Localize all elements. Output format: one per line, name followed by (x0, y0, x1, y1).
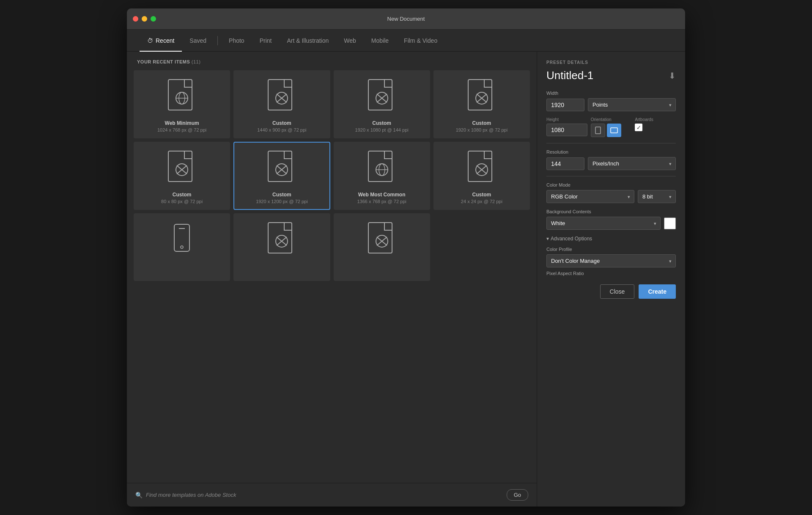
portrait-button[interactable] (591, 124, 605, 137)
grid-container: Web Minimum 1024 x 768 px @ 72 ppi Custo… (127, 70, 537, 483)
tab-photo[interactable]: Photo (221, 30, 252, 52)
color-profile-wrap: Color Profile Don't Color Manage sRGB Ad… (546, 247, 676, 267)
item-name-6: Custom (272, 192, 291, 198)
grid-item-8[interactable]: Custom 24 x 24 px @ 72 ppi (433, 142, 530, 210)
width-input[interactable] (546, 99, 584, 111)
orientation-buttons (591, 124, 632, 137)
svg-rect-4 (268, 80, 292, 110)
search-wrap: 🔍 Find more templates on Adobe Stock (135, 492, 502, 498)
doc-icon-4 (465, 78, 499, 116)
tabs-bar: ⏱ Recent Saved Photo Print Art & Illustr… (127, 30, 685, 52)
height-orientation-row: Height Orientation (546, 117, 676, 137)
height-input[interactable] (546, 124, 587, 136)
pixel-ratio-label: Pixel Aspect Ratio (546, 271, 676, 276)
resolution-unit-wrap: Pixels/Inch Pixels/Cm (588, 157, 676, 170)
grid-item-11[interactable] (334, 213, 430, 281)
close-button[interactable]: Close (600, 284, 635, 299)
doc-icon-6 (265, 149, 299, 187)
save-preset-icon[interactable]: ⬇ (669, 71, 676, 81)
bg-select-wrap: White Black Transparent Background Color (546, 217, 661, 230)
color-profile-select-wrap: Don't Color Manage sRGB Adobe RGB (546, 254, 676, 267)
grid-item-3[interactable]: Custom 1920 x 1080 pt @ 144 ppi (334, 70, 430, 138)
svg-rect-8 (368, 80, 392, 110)
main-content: YOUR RECENT ITEMS (11) Web Minimum 1024 … (127, 52, 685, 507)
item-name-1: Web Minimum (165, 120, 199, 126)
search-go-button[interactable]: Go (507, 489, 528, 501)
resolution-label: Resolution (546, 149, 676, 154)
item-size-7: 1366 x 768 px @ 72 ppi (357, 199, 406, 204)
item-size-4: 1920 x 1080 px @ 72 ppi (456, 127, 508, 132)
item-size-3: 1920 x 1080 pt @ 144 ppi (355, 127, 409, 132)
grid-item-9[interactable] (134, 213, 230, 281)
titlebar: New Document (127, 8, 685, 30)
width-row: Points Pixels Inches Millimeters (546, 98, 676, 111)
bg-select[interactable]: White Black Transparent Background Color (546, 217, 661, 230)
landscape-button[interactable] (607, 124, 621, 137)
color-depth-wrap: 8 bit 16 bit 32 bit (638, 190, 676, 203)
doc-icon-2 (265, 78, 299, 116)
svg-rect-20 (268, 151, 292, 182)
width-label: Width (546, 91, 676, 96)
item-size-8: 24 x 24 px @ 72 ppi (461, 199, 502, 204)
resolution-unit-select[interactable]: Pixels/Inch Pixels/Cm (588, 157, 676, 170)
grid-item-2[interactable]: Custom 1440 x 900 px @ 72 ppi (233, 70, 330, 138)
tab-print[interactable]: Print (252, 30, 280, 52)
svg-rect-12 (468, 80, 492, 110)
grid-item-5[interactable]: Custom 80 x 80 px @ 72 ppi (134, 142, 230, 210)
color-mode-row: RGB Color CMYK Color Grayscale 8 bit 16 … (546, 190, 676, 203)
item-size-2: 1440 x 900 px @ 72 ppi (257, 127, 306, 132)
create-button[interactable]: Create (639, 284, 676, 299)
item-name-2: Custom (272, 120, 291, 126)
svg-rect-44 (611, 128, 617, 133)
tab-film[interactable]: Film & Video (396, 30, 445, 52)
svg-rect-43 (595, 127, 601, 134)
grid-item-7[interactable]: Web Most Common 1366 x 768 px @ 72 ppi (334, 142, 430, 210)
bg-color-swatch[interactable] (664, 218, 676, 229)
preset-section-label: PRESET DETAILS (546, 60, 676, 65)
item-name-8: Custom (472, 192, 491, 198)
search-placeholder: Find more templates on Adobe Stock (146, 492, 236, 498)
color-mode-select[interactable]: RGB Color CMYK Color Grayscale (546, 190, 634, 203)
tab-divider (217, 36, 218, 45)
item-name-7: Web Most Common (358, 192, 406, 198)
item-size-5: 80 x 80 px @ 72 ppi (161, 199, 203, 204)
grid-item-1[interactable]: Web Minimum 1024 x 768 px @ 72 ppi (134, 70, 230, 138)
doc-icon-8 (465, 149, 499, 187)
color-profile-select[interactable]: Don't Color Manage sRGB Adobe RGB (546, 254, 676, 267)
doc-icon-3 (365, 78, 399, 116)
svg-rect-24 (368, 151, 392, 182)
doc-icon-11 (365, 221, 399, 259)
grid-item-6[interactable]: Custom 1920 x 1200 px @ 72 ppi (233, 142, 330, 210)
svg-rect-16 (168, 151, 192, 182)
advanced-options-toggle[interactable]: ▾ Advanced Options (546, 236, 676, 242)
preset-title-row: Untitled-1 ⬇ (546, 69, 676, 82)
close-window-btn[interactable] (133, 16, 138, 22)
resolution-input[interactable] (546, 157, 584, 170)
item-size-6: 1920 x 1200 px @ 72 ppi (256, 199, 307, 204)
minimize-window-btn[interactable] (142, 16, 147, 22)
svg-rect-35 (268, 223, 292, 253)
resolution-row: Pixels/Inch Pixels/Cm (546, 157, 676, 170)
tab-recent[interactable]: ⏱ Recent (140, 30, 182, 52)
svg-rect-39 (368, 223, 392, 253)
tab-art[interactable]: Art & Illustration (279, 30, 336, 52)
orientation-label: Orientation (591, 117, 632, 122)
svg-rect-0 (168, 80, 192, 110)
artboards-label: Artboards (635, 117, 676, 122)
doc-icon-7 (365, 149, 399, 187)
grid-item-10[interactable] (233, 213, 330, 281)
svg-rect-28 (468, 151, 492, 182)
width-unit-select[interactable]: Points Pixels Inches Millimeters (588, 98, 676, 111)
tab-mobile[interactable]: Mobile (364, 30, 396, 52)
right-panel: PRESET DETAILS Untitled-1 ⬇ Width Points… (537, 52, 685, 507)
tab-web[interactable]: Web (336, 30, 364, 52)
artboards-checkbox[interactable]: ✓ (635, 124, 642, 131)
color-depth-select[interactable]: 8 bit 16 bit 32 bit (638, 190, 676, 203)
recent-header: YOUR RECENT ITEMS (11) (127, 52, 537, 70)
maximize-window-btn[interactable] (151, 16, 156, 22)
color-mode-wrap: RGB Color CMYK Color Grayscale (546, 190, 634, 203)
tab-saved[interactable]: Saved (182, 30, 214, 52)
doc-icon-10 (265, 221, 299, 259)
left-panel: YOUR RECENT ITEMS (11) Web Minimum 1024 … (127, 52, 537, 507)
grid-item-4[interactable]: Custom 1920 x 1080 px @ 72 ppi (433, 70, 530, 138)
